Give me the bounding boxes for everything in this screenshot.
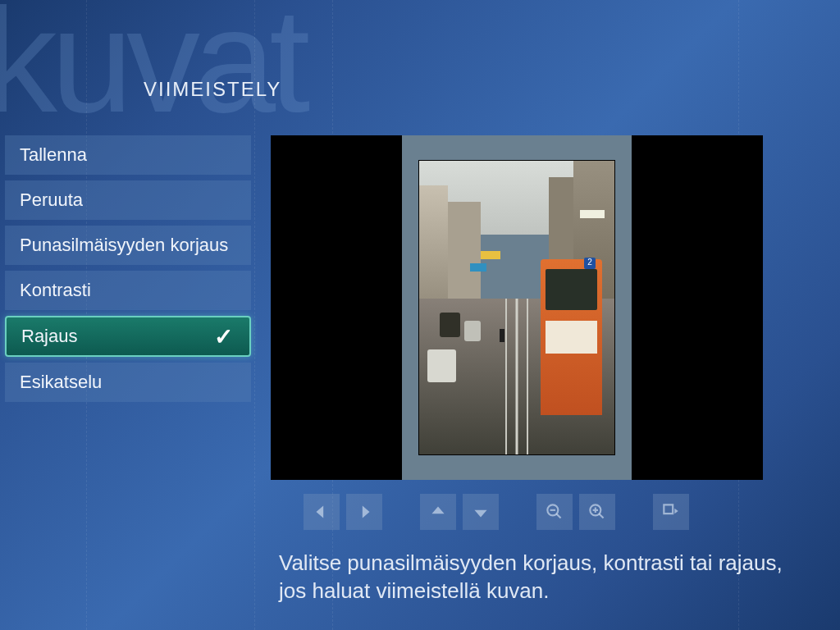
arrow-up-icon (427, 501, 449, 523)
preview-image: 2 (418, 160, 615, 455)
menu-item-preview[interactable]: Esikatselu (5, 363, 251, 402)
menu-label: Kontrasti (20, 280, 91, 301)
move-left-button[interactable] (304, 494, 340, 530)
background-watermark: kuvat (0, 0, 304, 145)
pedestrian (500, 329, 504, 342)
rotate-button[interactable] (653, 494, 689, 530)
menu-item-crop[interactable]: Rajaus ✓ (5, 316, 251, 357)
zoom-out-icon (544, 501, 565, 523)
checkmark-icon: ✓ (214, 323, 233, 350)
rotate-icon (660, 501, 682, 523)
instruction-text: Valitse punasilmäisyyden korjaus, kontra… (279, 550, 791, 605)
zoom-in-button[interactable] (579, 494, 615, 530)
crop-toolbar (304, 494, 689, 530)
preview-area: 2 (271, 135, 763, 480)
move-right-button[interactable] (346, 494, 382, 530)
sidebar-menu: Tallenna Peruuta Punasilmäisyyden korjau… (5, 135, 251, 408)
crop-overlay[interactable]: 2 (402, 135, 632, 480)
menu-label: Tallenna (20, 144, 87, 166)
menu-label: Punasilmäisyyden korjaus (20, 235, 228, 256)
move-up-button[interactable] (420, 494, 456, 530)
menu-item-save[interactable]: Tallenna (5, 135, 251, 175)
menu-item-cancel[interactable]: Peruuta (5, 180, 251, 220)
menu-label: Esikatselu (20, 372, 102, 393)
menu-label: Peruuta (20, 189, 83, 211)
page-title: VIIMEISTELY (144, 78, 281, 101)
menu-label: Rajaus (21, 326, 77, 347)
arrow-down-icon (470, 501, 491, 523)
tram-number: 2 (584, 258, 596, 269)
arrow-right-icon (354, 501, 375, 523)
move-down-button[interactable] (463, 494, 499, 530)
menu-item-redeye[interactable]: Punasilmäisyyden korjaus (5, 226, 251, 265)
arrow-left-icon (311, 501, 332, 523)
zoom-in-icon (587, 501, 608, 523)
menu-item-contrast[interactable]: Kontrasti (5, 271, 251, 310)
zoom-out-button[interactable] (536, 494, 573, 530)
